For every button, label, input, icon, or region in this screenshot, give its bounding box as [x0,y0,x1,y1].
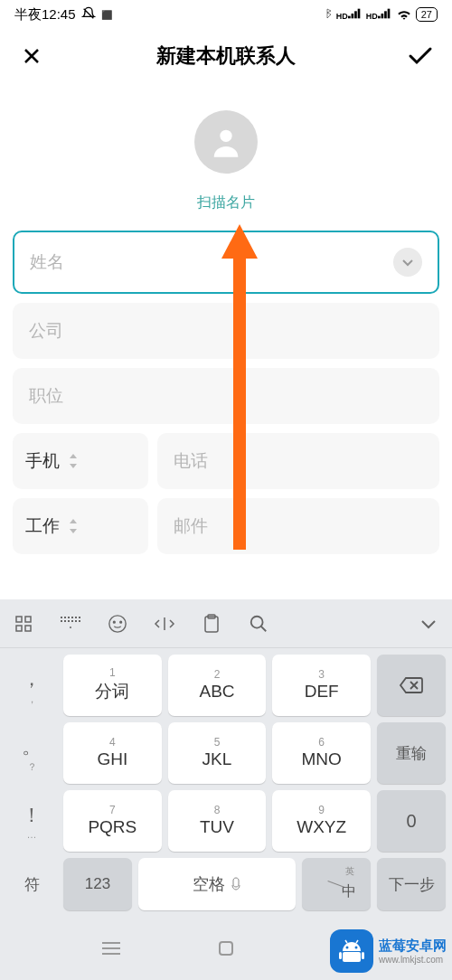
svg-point-31 [251,616,263,627]
svg-rect-1 [351,14,353,18]
watermark-logo [330,929,373,973]
svg-point-8 [220,130,231,142]
svg-rect-19 [64,620,66,622]
kb-collapse-icon[interactable] [416,611,441,636]
kb-cursor-icon[interactable] [152,611,177,636]
name-field[interactable]: 姓名 [13,231,439,294]
scan-card-button[interactable]: 扫描名片 [197,193,255,212]
phone-type-selector[interactable]: 手机 [13,433,148,489]
kb-comma[interactable]: ，， [6,655,57,716]
svg-rect-0 [348,16,351,19]
svg-rect-9 [16,617,22,622]
keyboard-toolbar [0,599,452,648]
svg-rect-23 [79,617,80,618]
keyboard: ，， 1分词 2ABC 3DEF 。？ 4GHI 5JKL 6MNO 重输 ！…… [0,599,452,917]
svg-rect-20 [68,620,70,622]
status-time: 半夜12:45 [14,6,76,24]
svg-rect-7 [387,9,390,19]
avatar-section: 扫描名片 [0,83,452,231]
position-field[interactable]: 职位 [13,368,439,424]
email-row: 工作 邮件 [13,498,439,554]
svg-rect-14 [64,617,66,618]
svg-rect-24 [79,620,80,622]
battery-icon: 27 [416,7,438,22]
nav-home[interactable] [212,935,240,962]
svg-rect-37 [362,952,364,959]
kb-keyboard-icon[interactable] [58,611,83,636]
watermark-url: www.lmkjst.com [379,955,443,965]
position-placeholder: 职位 [29,384,423,408]
svg-point-26 [109,615,126,631]
kb-key-5[interactable]: 5JKL [168,722,267,784]
kb-key-7[interactable]: 7PQRS [63,790,162,852]
header: 新建本机联系人 [0,29,452,83]
phone-row: 手机 电话 [13,433,439,489]
svg-rect-6 [384,11,387,18]
svg-rect-10 [25,617,31,622]
watermark-title: 蓝莓安卓网 [379,938,447,955]
email-field[interactable]: 邮件 [157,498,439,554]
kb-key-4[interactable]: 4GHI [63,722,162,784]
avatar-placeholder[interactable] [194,110,258,174]
phone-field[interactable]: 电话 [157,433,439,489]
kb-period[interactable]: 。？ [6,722,57,784]
selector-arrows-icon [69,454,78,468]
kb-key-2[interactable]: 2ABC [168,655,267,716]
svg-rect-36 [339,952,342,959]
kb-grid-icon[interactable] [11,611,36,636]
kb-emoji-icon[interactable] [105,611,130,636]
page-title: 新建本机联系人 [156,42,296,70]
kb-retype[interactable]: 重输 [377,722,446,784]
kb-key-1[interactable]: 1分词 [63,655,162,716]
svg-rect-22 [75,620,77,622]
name-placeholder: 姓名 [30,250,393,274]
kb-clipboard-icon[interactable] [199,611,224,636]
kb-search-icon[interactable] [246,611,271,636]
close-button[interactable] [18,42,45,70]
svg-point-28 [120,621,122,623]
svg-point-25 [70,627,71,628]
svg-rect-13 [61,617,62,618]
dnd-icon [81,6,96,24]
bluetooth-icon [322,7,333,23]
kb-symbol[interactable]: 符 [6,858,57,910]
svg-rect-2 [354,11,357,18]
svg-rect-21 [71,620,73,622]
company-field[interactable]: 公司 [13,303,439,359]
kb-num-switch[interactable]: 123 [63,858,132,910]
svg-point-33 [346,947,349,949]
kb-key-9[interactable]: 9WXYZ [272,790,371,852]
svg-rect-12 [25,626,31,631]
voice-icon: ⬛ [101,10,112,20]
kb-next[interactable]: 下一步 [377,858,446,910]
kb-zero[interactable]: 0 [377,790,446,852]
signal-icon-2: HD [366,8,392,21]
kb-space[interactable]: 空格 [138,858,296,910]
svg-rect-11 [16,626,22,631]
kb-exclaim[interactable]: ！… [6,790,57,852]
selector-arrows-icon [69,519,78,533]
kb-key-3[interactable]: 3DEF [272,655,371,716]
svg-point-34 [355,947,358,949]
svg-rect-5 [381,14,383,18]
kb-lang-switch[interactable]: 英中 [302,858,371,910]
kb-backspace[interactable] [377,655,446,716]
email-type-selector[interactable]: 工作 [13,498,148,554]
expand-name-button[interactable] [393,248,422,277]
svg-rect-18 [61,620,62,622]
nav-menu[interactable] [98,935,125,962]
wifi-icon [396,7,412,23]
svg-rect-16 [71,617,73,618]
status-bar: 半夜12:45 ⬛ HD HD 27 [0,0,452,29]
svg-rect-17 [75,617,77,618]
signal-icon-1: HD [336,8,363,21]
svg-point-27 [113,621,115,623]
svg-rect-15 [68,617,70,618]
confirm-button[interactable] [407,42,434,70]
contact-form: 姓名 公司 职位 手机 电话 工作 [0,231,452,554]
kb-key-6[interactable]: 6MNO [272,722,371,784]
svg-rect-32 [220,942,232,955]
watermark: 蓝莓安卓网 www.lmkjst.com [330,929,447,973]
kb-key-8[interactable]: 8TUV [168,790,267,852]
company-placeholder: 公司 [29,319,423,343]
